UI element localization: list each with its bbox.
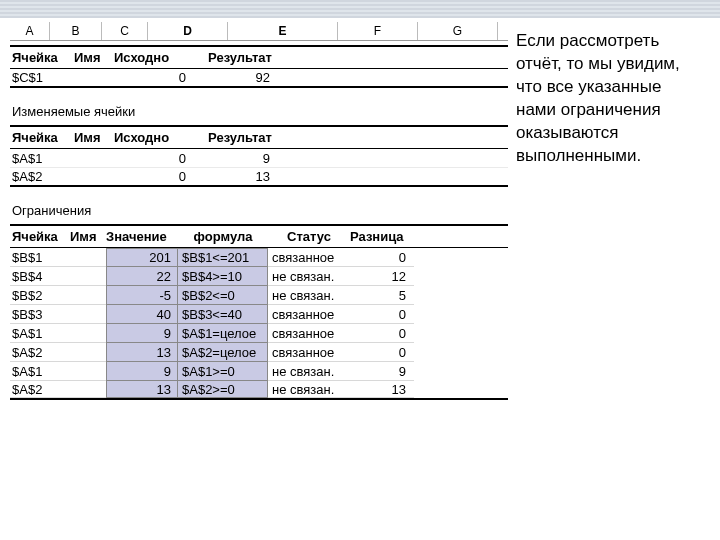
constraint-row: $A$2 13 $A$2=целое связанное 0 <box>10 343 508 362</box>
col-d[interactable]: D <box>148 22 228 40</box>
col-c[interactable]: C <box>102 22 148 40</box>
cell-ref: $C$1 <box>10 70 74 85</box>
title-gradient-bar <box>0 0 720 18</box>
c-cell: $B$3 <box>10 305 70 324</box>
constraint-row: $B$1 201 $B$1<=201 связанное 0 <box>10 248 508 267</box>
cell-initial: 0 <box>114 70 196 85</box>
constraint-row: $A$1 9 $A$1=целое связанное 0 <box>10 324 508 343</box>
col-b[interactable]: B <box>50 22 102 40</box>
c-cell: $A$2 <box>10 381 70 398</box>
hdr-status: Статус <box>268 229 350 244</box>
c-diff: 9 <box>350 362 414 381</box>
c-value: 13 <box>106 381 178 398</box>
c-diff: 13 <box>350 381 414 398</box>
c-formula: $A$1=целое <box>178 324 268 343</box>
slide-caption-text: Если рассмотреть отчёт, то мы увидим, чт… <box>516 30 706 168</box>
c-value: 40 <box>106 305 178 324</box>
c-formula: $B$3<=40 <box>178 305 268 324</box>
c-name <box>70 248 106 267</box>
c-cell: $A$2 <box>10 343 70 362</box>
c-status: не связан. <box>268 267 350 286</box>
c-diff: 0 <box>350 343 414 362</box>
constraint-row: $B$2 -5 $B$2<=0 не связан. 5 <box>10 286 508 305</box>
c-diff: 0 <box>350 324 414 343</box>
hdr-name: Имя <box>70 229 106 244</box>
c-status: связанное <box>268 248 350 267</box>
constraint-row: $B$4 22 $B$4>=10 не связан. 12 <box>10 267 508 286</box>
c-value: 201 <box>106 248 178 267</box>
table-row: $C$1 0 92 <box>10 69 508 88</box>
constraints-title: Ограничения <box>12 203 508 218</box>
hdr-formula: формула <box>178 229 268 244</box>
col-g[interactable]: G <box>418 22 498 40</box>
c-diff: 0 <box>350 248 414 267</box>
c-cell: $B$4 <box>10 267 70 286</box>
c-formula: $B$1<=201 <box>178 248 268 267</box>
changing-cells-title: Изменяемые ячейки <box>12 104 508 119</box>
c-value: 9 <box>106 324 178 343</box>
c-formula: $A$2=целое <box>178 343 268 362</box>
c-status: связанное <box>268 305 350 324</box>
c-name <box>70 286 106 305</box>
c-name <box>70 324 106 343</box>
hdr-diff: Разница <box>350 229 414 244</box>
col-f[interactable]: F <box>338 22 418 40</box>
cell-initial: 0 <box>114 151 196 166</box>
hdr-cell: Ячейка <box>10 130 74 145</box>
target-section: Ячейка Имя Исходно Результат $C$1 0 92 <box>10 45 508 88</box>
c-diff: 12 <box>350 267 414 286</box>
report-sheet: A B C D E F G Ячейка Имя Исходно Результ… <box>10 22 508 400</box>
c-diff: 0 <box>350 305 414 324</box>
c-value: 9 <box>106 362 178 381</box>
c-formula: $B$4>=10 <box>178 267 268 286</box>
changing-header-row: Ячейка Имя Исходно Результат <box>10 125 508 149</box>
hdr-result: Результат <box>196 130 284 145</box>
c-status: не связан. <box>268 286 350 305</box>
c-status: связанное <box>268 343 350 362</box>
c-cell: $A$1 <box>10 324 70 343</box>
c-cell: $A$1 <box>10 362 70 381</box>
hdr-cell: Ячейка <box>10 229 70 244</box>
col-a[interactable]: A <box>10 22 50 40</box>
hdr-initial: Исходно <box>114 130 196 145</box>
c-value: 13 <box>106 343 178 362</box>
cell-initial: 0 <box>114 169 196 184</box>
c-status: не связан. <box>268 381 350 398</box>
hdr-initial: Исходно <box>114 50 196 65</box>
c-value: -5 <box>106 286 178 305</box>
cell-ref: $A$2 <box>10 169 74 184</box>
hdr-result: Результат <box>196 50 284 65</box>
c-name <box>70 381 106 398</box>
table-row: $A$1 0 9 <box>10 149 508 168</box>
hdr-name: Имя <box>74 50 114 65</box>
hdr-cell: Ячейка <box>10 50 74 65</box>
hdr-value: Значение <box>106 229 178 244</box>
c-name <box>70 267 106 286</box>
cell-result: 13 <box>196 169 284 184</box>
c-cell: $B$1 <box>10 248 70 267</box>
column-header-row: A B C D E F G <box>10 22 508 41</box>
hdr-name: Имя <box>74 130 114 145</box>
target-header-row: Ячейка Имя Исходно Результат <box>10 45 508 69</box>
table-row: $A$2 0 13 <box>10 168 508 187</box>
c-value: 22 <box>106 267 178 286</box>
constraint-row: $A$1 9 $A$1>=0 не связан. 9 <box>10 362 508 381</box>
changing-section: Ячейка Имя Исходно Результат $A$1 0 9 $A… <box>10 125 508 187</box>
col-e[interactable]: E <box>228 22 338 40</box>
c-diff: 5 <box>350 286 414 305</box>
c-formula: $A$2>=0 <box>178 381 268 398</box>
cell-result: 9 <box>196 151 284 166</box>
c-formula: $A$1>=0 <box>178 362 268 381</box>
constraint-row: $A$2 13 $A$2>=0 не связан. 13 <box>10 381 508 400</box>
constraints-section: Ячейка Имя Значение формула Статус Разни… <box>10 224 508 400</box>
c-name <box>70 305 106 324</box>
c-status: не связан. <box>268 362 350 381</box>
cell-result: 92 <box>196 70 284 85</box>
c-status: связанное <box>268 324 350 343</box>
cell-ref: $A$1 <box>10 151 74 166</box>
c-name <box>70 343 106 362</box>
c-name <box>70 362 106 381</box>
c-cell: $B$2 <box>10 286 70 305</box>
c-formula: $B$2<=0 <box>178 286 268 305</box>
constraints-header-row: Ячейка Имя Значение формула Статус Разни… <box>10 224 508 248</box>
